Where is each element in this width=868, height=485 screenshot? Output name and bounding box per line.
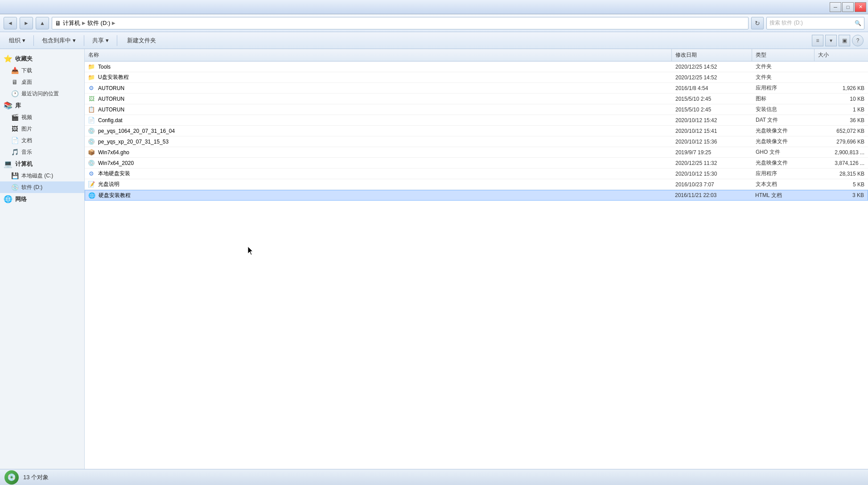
breadcrumb-computer[interactable]: 计算机 bbox=[63, 19, 80, 27]
search-bar[interactable]: 搜索 软件 (D:) 🔍 bbox=[766, 17, 864, 29]
table-row[interactable]: ⚙ 本地硬盘安装 2020/10/12 15:30 应用程序 28,315 KB bbox=[85, 169, 868, 179]
sidebar-item-doc[interactable]: 📄 文档 bbox=[0, 135, 84, 146]
file-size: 3,874,126 ... bbox=[815, 160, 868, 166]
minimize-button[interactable]: ─ bbox=[830, 2, 841, 12]
sidebar-item-desktop[interactable]: 🖥 桌面 bbox=[0, 76, 84, 88]
col-name[interactable]: 名称 bbox=[85, 49, 672, 61]
table-row[interactable]: ⚙ AUTORUN 2016/1/8 4:54 应用程序 1,926 KB bbox=[85, 83, 868, 94]
organize-arrow-icon: ▾ bbox=[22, 37, 25, 44]
sidebar-item-software-d[interactable]: 💿 软件 (D:) bbox=[0, 181, 84, 193]
file-type: 文本文档 bbox=[752, 181, 815, 188]
help-button[interactable]: ? bbox=[852, 35, 864, 46]
file-size: 1,926 KB bbox=[815, 85, 868, 91]
file-list-area: 名称 修改日期 类型 大小 📁 Tools 2020/12/25 14:52 文… bbox=[85, 49, 868, 469]
file-type-icon: 📦 bbox=[87, 148, 95, 156]
file-name: 光盘说明 bbox=[98, 181, 119, 188]
file-type: 光盘映像文件 bbox=[752, 159, 815, 167]
breadcrumb[interactable]: 🖥 计算机 ▶ 软件 (D:) ▶ bbox=[52, 17, 749, 29]
share-button[interactable]: 共享 ▾ bbox=[88, 34, 113, 47]
view-button-2[interactable]: ▾ bbox=[825, 35, 837, 46]
file-type-icon: 📋 bbox=[87, 106, 95, 114]
file-size: 28,315 KB bbox=[815, 171, 868, 177]
refresh-button[interactable]: ↻ bbox=[751, 17, 764, 29]
computer-icon: 💻 bbox=[4, 160, 12, 168]
table-row[interactable]: 📋 AUTORUN 2015/5/10 2:45 安装信息 1 KB bbox=[85, 104, 868, 115]
new-folder-button[interactable]: 新建文件夹 bbox=[121, 34, 162, 47]
file-type-icon: 📁 bbox=[87, 63, 95, 71]
file-modified: 2016/10/23 7:07 bbox=[672, 181, 752, 188]
star-icon: ⭐ bbox=[4, 54, 12, 63]
file-name-cell: 💿 pe_yqs_xp_20_07_31_15_53 bbox=[85, 138, 672, 146]
file-type: DAT 文件 bbox=[752, 116, 815, 124]
view-button[interactable]: ≡ bbox=[812, 35, 823, 46]
sidebar-item-downloads[interactable]: 📥 下载 bbox=[0, 65, 84, 76]
table-row[interactable]: 🖼 AUTORUN 2015/5/10 2:45 图标 10 KB bbox=[85, 94, 868, 104]
sidebar-item-local-c[interactable]: 💾 本地磁盘 (C:) bbox=[0, 170, 84, 181]
file-size: 1 KB bbox=[815, 107, 868, 113]
sidebar-network-section[interactable]: 🌐 网络 bbox=[0, 193, 84, 205]
file-type-icon: ⚙ bbox=[87, 84, 95, 92]
col-type[interactable]: 类型 bbox=[752, 49, 815, 61]
doc-icon: 📄 bbox=[11, 136, 19, 144]
status-count: 13 个对象 bbox=[23, 473, 49, 481]
file-size: 5 KB bbox=[815, 181, 868, 188]
toolbar-separator-1 bbox=[33, 35, 34, 46]
table-row[interactable]: 💿 pe_yqs_xp_20_07_31_15_53 2020/10/12 15… bbox=[85, 136, 868, 147]
file-type: GHO 文件 bbox=[752, 148, 815, 156]
sidebar-item-image[interactable]: 🖼 图片 bbox=[0, 123, 84, 135]
sidebar-library-section[interactable]: 📚 库 bbox=[0, 99, 84, 111]
computer-label: 计算机 bbox=[15, 160, 33, 168]
file-name-cell: 📋 AUTORUN bbox=[85, 106, 672, 114]
table-row[interactable]: 📦 Win7x64.gho 2019/9/7 19:25 GHO 文件 2,90… bbox=[85, 147, 868, 158]
sidebar-favorites-section[interactable]: ⭐ 收藏夹 bbox=[0, 53, 84, 65]
file-modified: 2020/10/12 15:42 bbox=[672, 117, 752, 123]
file-name: AUTORUN bbox=[98, 85, 124, 91]
preview-pane-button[interactable]: ▣ bbox=[839, 35, 850, 46]
table-row[interactable]: 📁 Tools 2020/12/25 14:52 文件夹 bbox=[85, 62, 868, 72]
file-name-cell: 🖼 AUTORUN bbox=[85, 95, 672, 103]
search-icon: 🔍 bbox=[855, 20, 861, 26]
share-label: 共享 bbox=[92, 37, 104, 45]
clock-icon: 🕐 bbox=[11, 90, 19, 98]
doc-label: 文档 bbox=[21, 137, 32, 144]
breadcrumb-arrow-1: ▶ bbox=[82, 21, 86, 25]
sidebar-item-music[interactable]: 🎵 音乐 bbox=[0, 146, 84, 158]
address-bar: ◄ ► ▲ 🖥 计算机 ▶ 软件 (D:) ▶ ↻ 搜索 软件 (D:) 🔍 bbox=[0, 14, 868, 32]
sidebar-computer-section[interactable]: 💻 计算机 bbox=[0, 158, 84, 170]
breadcrumb-arrow-2: ▶ bbox=[112, 21, 115, 25]
sidebar: ⭐ 收藏夹 📥 下载 🖥 桌面 🕐 最近访问的位置 📚 库 🎬 视频 🖼 图片 bbox=[0, 49, 85, 469]
file-name: Tools bbox=[98, 64, 111, 70]
table-row[interactable]: 📝 光盘说明 2016/10/23 7:07 文本文档 5 KB bbox=[85, 179, 868, 190]
network-label: 网络 bbox=[15, 195, 27, 203]
maximize-button[interactable]: □ bbox=[842, 2, 854, 12]
table-row[interactable]: 📄 Config.dat 2020/10/12 15:42 DAT 文件 36 … bbox=[85, 115, 868, 126]
table-row[interactable]: 🌐 硬盘安装教程 2016/11/21 22:03 HTML 文档 3 KB bbox=[85, 190, 868, 201]
file-type-icon: 📄 bbox=[87, 116, 95, 124]
download-icon: 📥 bbox=[11, 66, 19, 74]
back-button[interactable]: ◄ bbox=[4, 17, 17, 29]
include-library-button[interactable]: 包含到库中 ▾ bbox=[37, 34, 80, 47]
file-name: 硬盘安装教程 bbox=[99, 192, 131, 199]
file-modified: 2020/10/12 15:36 bbox=[672, 139, 752, 145]
file-type-icon: ⚙ bbox=[87, 170, 95, 178]
up-button[interactable]: ▲ bbox=[36, 17, 49, 29]
share-arrow-icon: ▾ bbox=[106, 37, 109, 44]
table-row[interactable]: 📁 U盘安装教程 2020/12/25 14:52 文件夹 bbox=[85, 72, 868, 83]
close-button[interactable]: ✕ bbox=[855, 2, 866, 12]
file-name-cell: ⚙ 本地硬盘安装 bbox=[85, 170, 672, 178]
file-name-cell: 📁 U盘安装教程 bbox=[85, 74, 672, 82]
file-name-cell: 📝 光盘说明 bbox=[85, 181, 672, 189]
forward-button[interactable]: ► bbox=[20, 17, 33, 29]
table-row[interactable]: 💿 Win7x64_2020 2020/12/25 11:32 光盘映像文件 3… bbox=[85, 158, 868, 169]
sidebar-item-video[interactable]: 🎬 视频 bbox=[0, 111, 84, 123]
image-label: 图片 bbox=[21, 125, 32, 133]
sidebar-item-recent[interactable]: 🕐 最近访问的位置 bbox=[0, 88, 84, 99]
col-modified[interactable]: 修改日期 bbox=[672, 49, 752, 61]
table-row[interactable]: 💿 pe_yqs_1064_20_07_31_16_04 2020/10/12 … bbox=[85, 126, 868, 136]
breadcrumb-drive[interactable]: 软件 (D:) bbox=[87, 19, 110, 27]
video-icon: 🎬 bbox=[11, 113, 19, 121]
col-size[interactable]: 大小 bbox=[815, 49, 868, 61]
status-icon: 💿 bbox=[4, 470, 19, 485]
organize-button[interactable]: 组织 ▾ bbox=[4, 34, 30, 47]
image-icon: 🖼 bbox=[11, 125, 19, 133]
